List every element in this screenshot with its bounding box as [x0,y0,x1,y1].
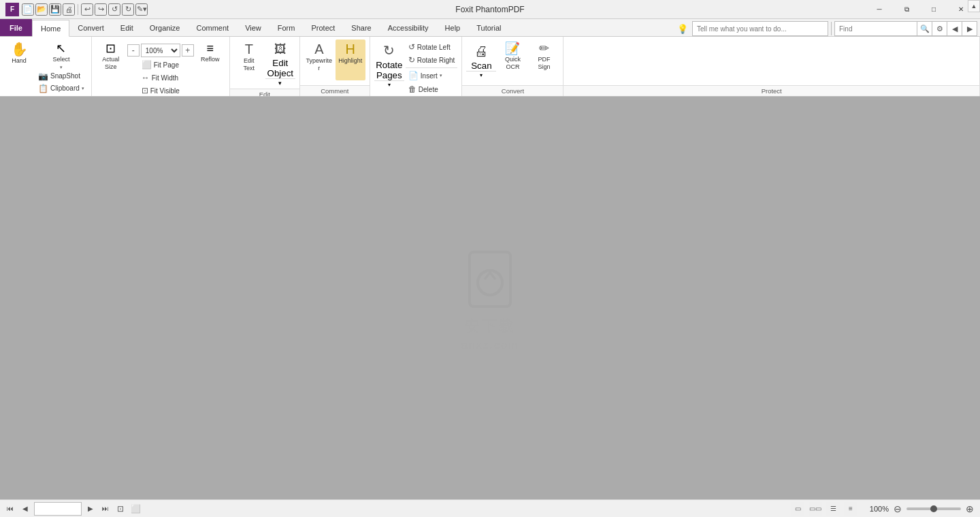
tell-me-input[interactable] [697,25,823,33]
snapshot-label: SnapShot [50,72,80,80]
reflow-icon: ≡ [207,42,214,54]
tab-help[interactable]: Help [437,19,469,36]
restore-button[interactable]: ⧉ [893,0,920,19]
quick-ocr-button[interactable]: 📝 QuickOCR [497,40,527,80]
ribbon-collapse-button[interactable]: ▲ [968,0,980,12]
rotate-left-label: Rotate Left [417,44,451,51]
tab-form[interactable]: Form [270,19,304,36]
clipboard-button[interactable]: 📋 Clipboard ▾ [35,82,87,95]
delete-button[interactable]: 🗑 Delete [406,83,458,95]
open-icon[interactable]: 📂 [35,3,48,16]
two-page-scroll-button[interactable]: ≡ [844,502,858,516]
next-page-button[interactable]: ▶ [84,503,97,515]
select-button[interactable]: ↖ Select ▾ [46,40,76,70]
find-box[interactable]: 🔍 ⚙ ◀ ▶ [834,21,977,36]
undo-icon[interactable]: ↩ [81,3,93,16]
fit-width-nav-button[interactable]: ⊡ [114,503,127,515]
zoom-out-icon[interactable]: - [127,44,140,57]
rotate-right-button[interactable]: ↻ Rotate Right [406,54,458,66]
app-logo-icon[interactable]: F [5,3,19,16]
tab-view[interactable]: View [237,19,270,36]
comment-group-label: Comment [300,85,370,96]
find-prev-icon[interactable]: ◀ [947,21,962,36]
zoom-out-bottom-button[interactable]: ⊖ [892,503,904,515]
ribbon-group-protect: Protect [564,37,980,96]
rotate-pages-label: RotatePages [376,60,402,80]
select-icon: ↖ [56,42,66,54]
tab-share[interactable]: Share [343,19,379,36]
two-page-view-button[interactable]: ▭▭ [808,502,822,516]
fit-visible-button[interactable]: ⊡ Fit Visible [139,84,182,97]
prev-page-button[interactable]: ◀ [19,503,31,515]
ribbon-group-convert-content: 🖨 Scan ▾ 📝 QuickOCR ✏ PDFSign [462,37,563,85]
ribbon-group-comment-content: A Typewriter H Highlight [300,37,370,85]
delete-label: Delete [419,86,438,93]
edit-object-dropdown[interactable]: ▾ [265,78,295,87]
redo2-icon[interactable]: ↻ [122,3,134,16]
tab-convert[interactable]: Convert [69,19,112,36]
pdf-sign-icon: ✏ [539,42,549,54]
tab-edit[interactable]: Edit [112,19,142,36]
pdf-sign-button[interactable]: ✏ PDFSign [529,40,559,80]
fit-width-button[interactable]: ↔ Fit Width [139,72,182,84]
rotate-right-label: Rotate Right [417,57,455,64]
last-page-button[interactable]: ⏭ [99,503,112,515]
ribbon-group-protect-content [564,37,979,85]
zoom-select[interactable]: 100% 50% 75% 125% 150% 200% [141,44,180,57]
print-icon[interactable]: 🖨 [63,3,75,16]
zoom-slider-track[interactable] [906,507,961,510]
highlight-button[interactable]: H Highlight [336,40,365,80]
clipboard-label: Clipboard [50,84,80,92]
single-page-view-button[interactable]: ▭ [791,502,804,516]
ribbon-group-tools: ✋ Hand ↖ Select ▾ 📷 SnapShot 📋 [0,37,92,96]
zoom-in-bottom-button[interactable]: ⊕ [964,503,976,515]
scan-button[interactable]: 🖨 Scan [466,40,496,71]
fit-page-nav-button[interactable]: ⬜ [129,503,142,515]
tab-tutorial[interactable]: Tutorial [468,19,509,36]
insert-button[interactable]: 📄 Insert ▾ [406,69,458,82]
actual-size-button[interactable]: ⊡ ActualSize [96,40,126,80]
hand-button[interactable]: ✋ Hand [4,40,34,80]
select-sub-buttons: 📷 SnapShot 📋 Clipboard ▾ 🔖 Bookmark [35,70,87,97]
find-input[interactable] [835,24,917,34]
pdf-sign-label: PDFSign [538,56,550,71]
typewriter-button[interactable]: A Typewriter [304,40,334,80]
edit-object-label: EditObject [267,58,294,78]
window-controls: ─ ⧉ □ ✕ [866,0,975,19]
edit-text-button[interactable]: T EditText [234,40,264,80]
redo-icon[interactable]: ↺ [108,3,120,16]
tab-organize[interactable]: Organize [142,19,189,36]
scan-dropdown[interactable]: ▾ [466,71,496,79]
find-settings-icon[interactable]: ⚙ [932,21,947,36]
rotate-pages-dropdown[interactable]: ▾ [374,80,404,89]
snapshot-button[interactable]: 📷 SnapShot [35,70,87,82]
zoom-in-icon[interactable]: + [182,44,194,57]
zoom-slider-thumb[interactable] [930,505,937,512]
tab-home[interactable]: Home [32,20,69,37]
rotate-pages-button[interactable]: ↻ RotatePages [374,40,404,80]
find-search-icon[interactable]: 🔍 [917,21,932,36]
tell-me-box[interactable] [692,21,828,36]
page-input[interactable] [34,502,82,516]
undo2-icon[interactable]: ↪ [95,3,107,16]
tab-accessibility[interactable]: Accessibility [380,19,437,36]
minimize-button[interactable]: ─ [866,0,893,19]
fit-page-button[interactable]: ⬜ Fit Page [139,59,182,71]
tab-comment[interactable]: Comment [188,19,237,36]
lightbulb-icon[interactable]: 💡 [676,22,689,35]
new-icon[interactable]: 📄 [22,3,34,16]
tab-protect[interactable]: Protect [303,19,343,36]
tab-file[interactable]: File [0,19,32,36]
edit-object-split: 🖼 EditObject ▾ [265,40,295,87]
edit-object-button[interactable]: 🖼 EditObject [265,40,295,78]
reflow-button[interactable]: ≡ Reflow [195,40,225,80]
customize-icon[interactable]: ✎▾ [135,3,148,16]
rotate-left-button[interactable]: ↺ Rotate Left [406,41,458,53]
save-icon[interactable]: 💾 [49,3,61,16]
find-next-icon[interactable]: ▶ [962,21,977,36]
maximize-button[interactable]: □ [920,0,947,19]
first-page-button[interactable]: ⏮ [4,503,16,515]
ribbon-group-view: ⊡ ActualSize - 100% 50% 75% 125% 150% 20… [92,37,230,96]
scroll-view-button[interactable]: ☰ [826,502,840,516]
clipboard-icon: 📋 [38,84,48,93]
